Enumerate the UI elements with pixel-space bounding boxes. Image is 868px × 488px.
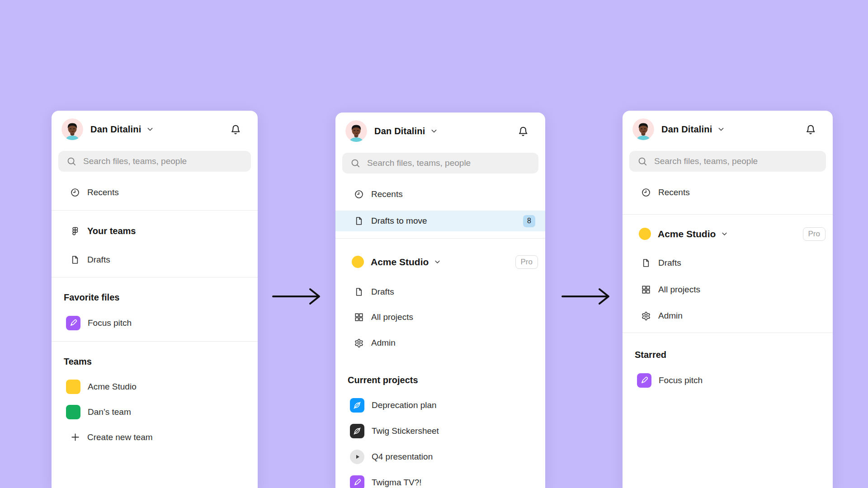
favorite-files-header: Favorite files	[52, 285, 258, 310]
count-badge: 8	[523, 215, 535, 227]
file-item-twig-stickersheet[interactable]: Twig Stickersheet	[335, 418, 545, 444]
file-item-focus-pitch[interactable]: Focus pitch	[52, 310, 258, 336]
clock-icon	[70, 187, 80, 198]
divider	[52, 210, 258, 211]
file-item-q4-presentation[interactable]: Q4 presentation	[335, 444, 545, 469]
sidebar-item-drafts[interactable]: Drafts	[623, 250, 833, 275]
workspace-color-dot	[352, 256, 364, 268]
search-input[interactable]	[654, 156, 818, 166]
user-name: Dan Ditalini	[661, 124, 712, 135]
flow-arrow	[271, 286, 323, 306]
file-icon	[354, 216, 364, 226]
search-bar[interactable]	[342, 153, 538, 174]
create-new-team-button[interactable]: Create new team	[52, 425, 258, 450]
sidebar-state-2: Dan Ditalini Recents Drafts to move 8 Ac…	[335, 113, 545, 488]
search-bar[interactable]	[629, 151, 826, 172]
gear-icon	[354, 338, 364, 348]
clock-icon	[641, 187, 651, 198]
design-file-pen-icon	[637, 373, 651, 388]
sidebar-state-1: Dan Ditalini Recents Your teams Drafts F…	[52, 111, 258, 488]
avatar	[632, 118, 654, 140]
file-icon	[70, 254, 80, 265]
sidebar-item-drafts-to-move-selected[interactable]: Drafts to move 8	[335, 211, 545, 231]
starred-header: Starred	[623, 343, 833, 367]
play-icon	[350, 450, 364, 464]
sidebar-item-recents[interactable]: Recents	[52, 180, 258, 205]
file-item-focus-pitch[interactable]: Focus pitch	[623, 368, 833, 393]
file-item-twigma-tv[interactable]: Twigma TV?!	[335, 470, 545, 488]
avatar	[61, 118, 83, 140]
sidebar-item-recents[interactable]: Recents	[335, 182, 545, 206]
search-icon	[637, 156, 648, 167]
design-file-pen-icon	[350, 475, 364, 488]
divider	[623, 214, 833, 215]
sidebar-item-drafts[interactable]: Drafts	[52, 247, 258, 272]
team-item-acme-studio[interactable]: Acme Studio	[52, 374, 258, 399]
file-item-deprecation-plan[interactable]: Deprecation plan	[335, 393, 545, 418]
workspace-switcher-acme-studio[interactable]: Acme Studio Pro	[623, 221, 833, 246]
sidebar-item-admin[interactable]: Admin	[623, 303, 833, 328]
figjam-leaf-icon	[350, 424, 364, 438]
divider	[52, 341, 258, 342]
sidebar-item-drafts[interactable]: Drafts	[335, 279, 545, 304]
file-icon	[354, 286, 364, 297]
chevron-down-icon	[146, 125, 155, 134]
search-icon	[66, 156, 77, 167]
divider	[335, 238, 545, 239]
search-bar[interactable]	[58, 151, 251, 172]
chevron-down-icon	[429, 127, 439, 136]
sidebar-item-all-projects[interactable]: All projects	[335, 305, 545, 329]
sidebar-state-3: Dan Ditalini Recents Acme Studio Pro Dra…	[623, 111, 833, 488]
workspace-switcher-acme-studio[interactable]: Acme Studio Pro	[335, 249, 545, 274]
sidebar-item-all-projects[interactable]: All projects	[623, 277, 833, 302]
pro-plan-badge: Pro	[515, 255, 538, 269]
clock-icon	[354, 189, 364, 200]
canvas: Dan Ditalini Recents Your teams Drafts F…	[0, 0, 868, 488]
notifications-bell-icon[interactable]	[805, 123, 816, 135]
plus-icon	[70, 432, 80, 443]
account-menu[interactable]: Dan Ditalini	[623, 118, 833, 140]
notifications-bell-icon[interactable]	[517, 125, 529, 137]
account-menu[interactable]: Dan Ditalini	[335, 120, 545, 142]
sidebar-item-admin[interactable]: Admin	[335, 330, 545, 355]
flow-arrow	[561, 286, 613, 306]
chevron-down-icon	[717, 125, 726, 134]
search-icon	[350, 158, 361, 169]
team-color-swatch	[66, 380, 80, 394]
current-projects-header: Current projects	[335, 368, 545, 393]
divider	[52, 277, 258, 277]
search-input[interactable]	[83, 156, 243, 166]
user-name: Dan Ditalini	[374, 126, 425, 136]
pro-plan-badge: Pro	[803, 227, 826, 241]
divider	[623, 333, 833, 333]
figjam-leaf-icon	[350, 398, 364, 413]
sidebar-item-your-teams[interactable]: Your teams	[52, 219, 258, 244]
team-item-dans-team[interactable]: Dan’s team	[52, 399, 258, 425]
figma-logo-icon	[70, 226, 80, 237]
search-input[interactable]	[367, 158, 530, 168]
file-icon	[641, 258, 651, 268]
workspace-color-dot	[639, 228, 651, 240]
gear-icon	[641, 310, 651, 321]
notifications-bell-icon[interactable]	[230, 123, 241, 135]
chevron-down-icon	[433, 258, 442, 266]
teams-header: Teams	[52, 349, 258, 374]
grid-icon	[641, 284, 651, 295]
grid-icon	[354, 312, 364, 323]
user-name: Dan Ditalini	[90, 124, 141, 135]
team-color-swatch	[66, 405, 80, 419]
design-file-pen-icon	[66, 316, 80, 330]
account-menu[interactable]: Dan Ditalini	[52, 118, 258, 140]
sidebar-item-recents[interactable]: Recents	[623, 180, 833, 205]
chevron-down-icon	[720, 230, 729, 238]
avatar	[345, 120, 367, 142]
